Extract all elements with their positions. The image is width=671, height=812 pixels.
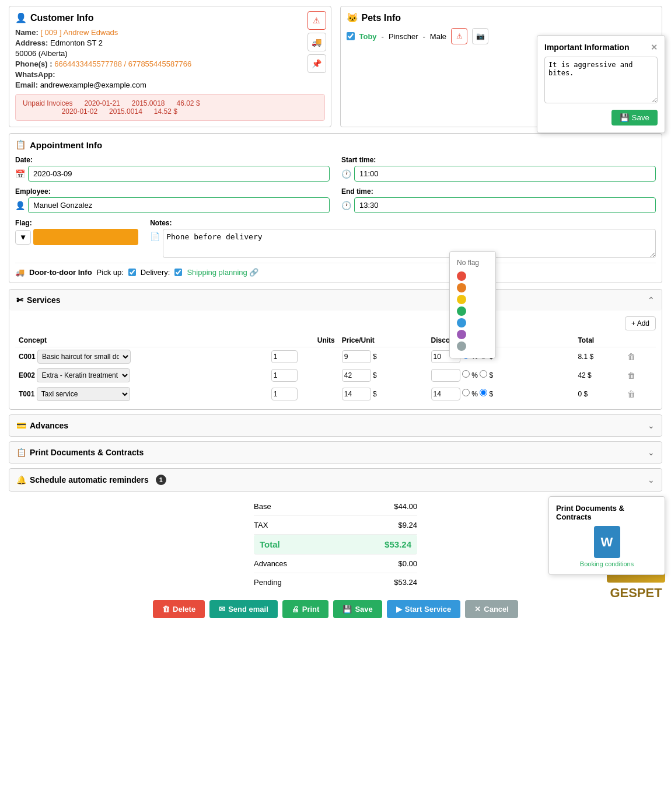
pickup-checkbox[interactable] [128,269,136,276]
notes-icon: 📄 [150,232,160,241]
pet-camera-btn[interactable]: 📷 [472,28,488,44]
delivery-checkbox[interactable] [174,269,182,276]
print-docs-chevron: ⌄ [648,448,655,457]
base-label: Base [254,502,271,511]
service-select-3[interactable]: Taxi service [37,387,130,401]
services-box: ✄ Services ⌃ + Add Concept Units Price/U… [9,289,662,410]
service-select-1[interactable]: Basic haircut for small dog [37,350,131,364]
advances-total-label: Advances [254,559,287,568]
services-header[interactable]: ✄ Services ⌃ [9,290,662,311]
flag-purple[interactable] [457,330,466,339]
send-email-button[interactable]: ✉ Send email [209,600,278,618]
advances-heading: 💳 Advances [16,421,68,430]
flag-blue[interactable] [457,318,466,327]
word-icon [594,526,620,558]
end-time-group: End time: 🕐 [341,187,656,213]
total-2: 42 [578,371,585,379]
start-time-group: Start time: 🕐 [341,156,656,182]
col-price: Price/Unit [338,334,428,347]
col-units: Units [268,334,338,347]
date-label: Date: [15,156,330,164]
total-row: Total $53.24 [254,535,417,555]
flag-red[interactable] [457,271,466,281]
start-service-button[interactable]: ▶ Start Service [387,600,461,618]
date-input[interactable] [28,166,330,182]
important-info-textarea[interactable]: It is aggressive and bites. [544,57,658,103]
delete-service-3[interactable]: 🗑 [627,389,635,399]
reminders-header[interactable]: 🔔 Schedule automatic reminders 1 ⌄ [9,469,662,491]
print-docs-section: 📋 Print Documents & Contracts ⌄ [9,441,662,463]
units-input-2[interactable] [271,369,298,382]
important-info-save-btn[interactable]: 💾 Save [611,110,658,126]
flag-gray[interactable] [457,341,466,351]
advances-total-row: Advances $0.00 [254,555,417,573]
customer-warning-btn[interactable]: ⚠ [307,11,326,30]
date-group: Date: 📅 [15,156,330,182]
truck-icon: 🚚 [15,268,25,277]
total-3: 0 [578,390,582,398]
print-icon: 📋 [16,448,26,457]
flag-orange[interactable] [457,283,466,292]
customer-name-line: Name: [ 009 ] Andrew Edwads [15,28,325,37]
disc-pct-radio-2[interactable] [462,370,470,378]
no-flag-option[interactable]: No flag [455,256,491,269]
disc-dollar-radio-3[interactable] [480,389,487,396]
print-docs-heading: 📋 Print Documents & Contracts [16,448,144,457]
clock-icon-start: 🕐 [341,169,351,179]
advances-total-val: $0.00 [398,559,417,568]
price-input-2[interactable] [342,369,371,382]
disc-pct-radio-3[interactable] [462,389,470,396]
scissors-icon: ✄ [16,295,23,305]
units-input-3[interactable] [271,388,298,400]
delete-service-1[interactable]: 🗑 [627,352,635,361]
code-e002: E002 [19,371,35,379]
service-select-2[interactable]: Extra - Keratin treatment [37,368,130,382]
discount-input-3[interactable] [431,388,460,400]
unpaid-invoices-box: Unpaid Invoices 2020-01-21 2015.0018 46.… [15,94,325,121]
services-table-wrap: + Add Concept Units Price/Unit Discount … [9,311,662,409]
price-input-3[interactable] [342,388,371,400]
advances-header[interactable]: 💳 Advances ⌄ [9,415,662,436]
employee-input[interactable] [28,197,330,213]
customer-address-line: Address: Edmonton ST 2 [15,39,325,47]
cancel-button[interactable]: ✕ Cancel [465,600,518,618]
end-time-label: End time: [341,187,656,196]
discount-input-2[interactable] [431,369,460,382]
customer-location-btn[interactable]: 📌 [307,54,326,73]
notes-textarea[interactable]: <span data-bind="appointment_info.notes_… [163,229,656,258]
price-input-1[interactable] [342,350,371,363]
total-val: $53.24 [385,539,411,549]
gespet-brand: GESPET [607,586,665,601]
code-c001: C001 [19,353,36,361]
flag-green[interactable] [457,306,466,316]
important-info-close[interactable]: ✕ [651,43,658,52]
save-button[interactable]: 💾 Save [333,600,382,618]
print-button[interactable]: 🖨 Print [282,600,329,618]
pending-val: $53.24 [394,578,417,587]
delete-service-2[interactable]: 🗑 [627,371,635,380]
total-label: Total [260,539,280,549]
booking-conditions-doc[interactable]: Booking conditions [556,526,658,567]
pet-checkbox[interactable] [347,32,355,40]
add-service-btn[interactable]: + Add [625,316,656,330]
customer-truck-btn[interactable]: 🚚 [307,33,326,51]
customer-info-box: 👤 Customer Info ⚠ 🚚 📌 Name: [ 009 ] Andr… [9,6,331,127]
customer-icon: 👤 [15,12,27,23]
print-icon-btn: 🖨 [292,605,299,614]
disc-dollar-radio-2[interactable] [480,370,487,378]
appointment-icon: 📋 [15,140,26,150]
flag-yellow[interactable] [457,295,466,304]
col-concept: Concept [15,334,268,347]
flag-color-bar [33,229,138,245]
pending-row: Pending $53.24 [254,573,417,591]
print-docs-header[interactable]: 📋 Print Documents & Contracts ⌄ [9,442,662,463]
start-time-input[interactable] [354,166,656,182]
flag-dropdown-btn[interactable]: ▼ [15,230,31,245]
end-time-input[interactable] [354,197,656,213]
notes-label: Notes: [150,219,656,227]
shipping-planning-link[interactable]: Shipping planning 🔗 [187,268,258,277]
base-row: Base $44.00 [254,497,417,516]
delete-button[interactable]: 🗑 Delete [153,600,205,618]
pet-warning-btn[interactable]: ⚠ [451,28,467,44]
units-input-1[interactable] [271,350,298,363]
